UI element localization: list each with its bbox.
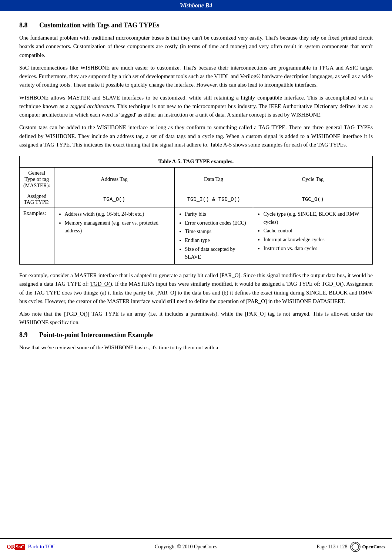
page-number: Page 113 / 128 (316, 544, 347, 550)
footer-left: ORSoC Back to TOC (7, 544, 56, 550)
list-item: Memory management (e.g. user vs. protect… (65, 219, 171, 235)
list-item: Size of data accepted by SLAVE (185, 245, 249, 261)
table-tgd: TGD_I() & TGD_O() (174, 191, 253, 208)
page-footer: ORSoC Back to TOC Copyright © 2010 OpenC… (0, 538, 392, 555)
table-tgc: TGC_O() (253, 191, 372, 208)
opencores-logo: OpenCores (350, 542, 385, 552)
orsoc-or: OR (7, 544, 15, 550)
section-8-8-title: Customization with Tags and TAG TYPEs (39, 21, 160, 29)
para-8-8-1: One fundamental problem with traditional… (19, 34, 373, 60)
header-title: Wishbone B4 (180, 2, 212, 9)
table-row1-col0: GeneralType of tag(MASTER): (20, 167, 54, 191)
table-col-cycle: Cycle Tag (253, 167, 372, 191)
footer-copyright: Copyright © 2010 OpenCores (56, 544, 317, 550)
list-item: Error correction codes (ECC) (185, 219, 249, 227)
orsoc-soc: SoC (15, 544, 25, 550)
list-item: Address width (e.g. 16-bit, 24-bit etc.) (65, 210, 171, 218)
para-8-8-4: Custom tags can be added to the WISHBONE… (19, 123, 373, 149)
table-wrapper: Table A-5. TAG TYPE examples. GeneralTyp… (19, 156, 373, 265)
page-content: 8.8 Customization with Tags and TAG TYPE… (0, 11, 392, 538)
list-item: Interrupt acknowledge cycles (264, 236, 369, 244)
table-col-address: Address Tag (54, 167, 174, 191)
footer-right: Page 113 / 128 OpenCores (316, 542, 385, 552)
section-8-8-number: 8.8 (19, 21, 33, 29)
table-examples-label: Examples: (20, 208, 54, 265)
table-tga: TGA_O() (54, 191, 174, 208)
table-title: Table A-5. TAG TYPE examples. (20, 156, 373, 168)
list-item: Time stamps (185, 228, 249, 236)
table-examples-cycle: Cycle type (e.g. SINGLE, BLOCK and RMW c… (253, 208, 372, 265)
list-item: Instruction vs. data cycles (264, 245, 369, 253)
para-8-9-1: Now that we've reviewed some of the WISH… (19, 343, 373, 352)
list-item: Parity bits (185, 210, 249, 218)
copyright-text: Copyright © 2010 OpenCores (155, 544, 217, 549)
table-examples-data: Parity bits Error correction codes (ECC)… (174, 208, 253, 265)
list-item: Cycle type (e.g. SINGLE, BLOCK and RMW c… (264, 210, 369, 226)
para-after-table-1: For example, consider a MASTER interface… (19, 271, 373, 306)
para-8-8-2: SoC interconnections like WISHBONE are m… (19, 64, 373, 90)
table-examples-address: Address width (e.g. 16-bit, 24-bit etc.)… (54, 208, 174, 265)
section-8-8-heading: 8.8 Customization with Tags and TAG TYPE… (19, 21, 373, 29)
orsoc-logo: ORSoC (7, 544, 25, 550)
table-assigned-label: AssignedTAG TYPE: (20, 191, 54, 208)
svg-point-1 (352, 544, 359, 550)
list-item: Cache control (264, 227, 369, 235)
opencores-text: OpenCores (362, 544, 385, 550)
section-8-9-number: 8.9 (19, 331, 33, 339)
section-8-9-title: Point-to-point Interconnection Example (39, 331, 153, 339)
para-after-table-2: Also note that the [TGD_O()] TAG TYPE is… (19, 310, 373, 327)
para-8-8-3: WISHBONE allows MASTER and SLAVE interfa… (19, 94, 373, 120)
table-col-data: Data Tag (174, 167, 253, 191)
back-to-toc-link[interactable]: Back to TOC (28, 544, 56, 550)
tag-table: Table A-5. TAG TYPE examples. GeneralTyp… (19, 156, 373, 265)
opencores-icon (350, 542, 361, 552)
section-8-9-heading: 8.9 Point-to-point Interconnection Examp… (19, 331, 373, 339)
tgd-o-underline: TGD_O() (90, 281, 112, 287)
page-header: Wishbone B4 (0, 0, 392, 11)
list-item: Endian type (185, 236, 249, 245)
